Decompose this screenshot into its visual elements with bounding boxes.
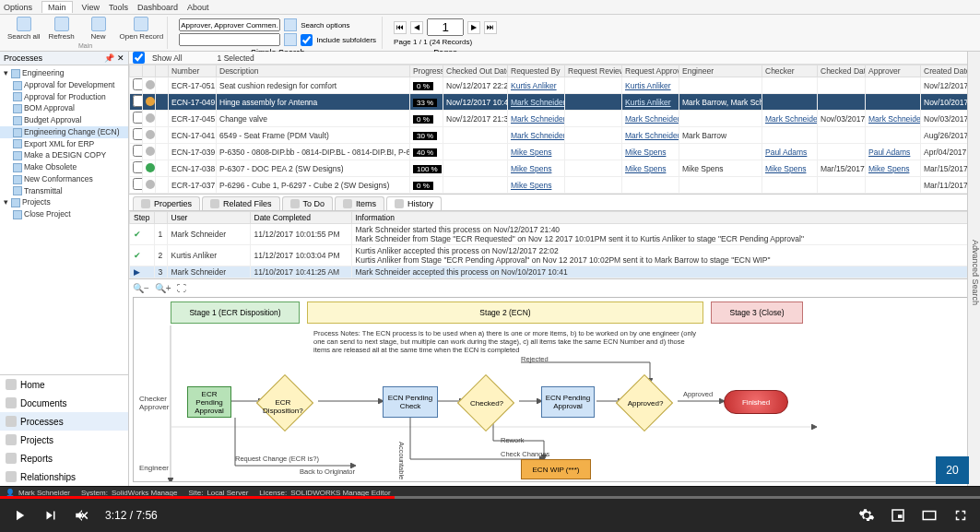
- tree-node[interactable]: Make Obsolete: [0, 161, 128, 173]
- col-header[interactable]: Checked Out Date: [443, 65, 508, 77]
- row-checkbox[interactable]: [133, 161, 143, 173]
- tab-to-do[interactable]: To Do: [282, 196, 334, 210]
- col-header[interactable]: User: [167, 212, 250, 224]
- tree-node[interactable]: Budget Approval: [0, 114, 128, 126]
- go-search-icon[interactable]: [284, 33, 297, 46]
- show-all-checkbox[interactable]: [133, 52, 145, 64]
- row-checkbox[interactable]: [133, 145, 143, 157]
- zoom-fit-icon[interactable]: ⛶: [177, 283, 186, 293]
- table-row[interactable]: ECN-17-0416549 - Seat Frame (PDM Vault)3…: [130, 127, 981, 144]
- workflow-diagram[interactable]: Stage 1 (ECR Disposition) Stage 2 (ECN) …: [133, 297, 976, 482]
- col-header[interactable]: Approver: [866, 65, 921, 77]
- table-row[interactable]: ECN-17-039P-6350 - 0808-DIP.bb - 0814-DI…: [130, 144, 981, 160]
- tree-node[interactable]: Approval for Development: [0, 79, 128, 91]
- col-header[interactable]: Checked Date: [818, 65, 866, 77]
- col-header[interactable]: [130, 65, 143, 77]
- advanced-search-tab[interactable]: Advanced Search: [967, 52, 980, 486]
- nav-reports[interactable]: Reports: [0, 449, 128, 467]
- col-header[interactable]: Request Reviewer: [565, 65, 622, 77]
- miniplayer-icon[interactable]: [890, 507, 906, 524]
- col-header[interactable]: Engineer: [679, 65, 762, 77]
- page-last-button[interactable]: ⏭: [484, 21, 497, 34]
- include-subfolders-checkbox[interactable]: [301, 34, 313, 46]
- tree-node[interactable]: New Conformances: [0, 173, 128, 185]
- menu-dashboard[interactable]: Dashboard: [137, 3, 178, 12]
- col-header[interactable]: [156, 65, 169, 77]
- node-checked[interactable]: Checked?: [457, 374, 514, 432]
- zoom-out-icon[interactable]: 🔍−: [133, 283, 149, 293]
- row-checkbox[interactable]: [133, 95, 143, 107]
- tree-node[interactable]: ▾Projects: [0, 196, 128, 208]
- nav-relationships[interactable]: Relationships: [0, 467, 128, 486]
- node-ecn-wip[interactable]: ECN WIP (***): [521, 459, 591, 479]
- tree-node[interactable]: Make a DESIGN COPY: [0, 149, 128, 161]
- tab-properties[interactable]: Properties: [133, 196, 200, 210]
- col-header[interactable]: Date Completed: [250, 212, 351, 224]
- page-next-button[interactable]: ▶: [467, 21, 480, 34]
- nav-processes[interactable]: Processes: [0, 412, 128, 431]
- col-header[interactable]: Request Approver: [622, 65, 679, 77]
- row-checkbox[interactable]: [133, 178, 143, 190]
- theater-icon[interactable]: [921, 507, 938, 524]
- col-header[interactable]: [154, 212, 167, 224]
- node-ecn-pending-check[interactable]: ECN Pending Check: [383, 386, 438, 418]
- table-row[interactable]: ECR-17-051Seat cushion redesign for comf…: [130, 77, 981, 94]
- search-all-button[interactable]: Search all: [7, 17, 41, 41]
- nav-projects[interactable]: Projects: [0, 431, 128, 449]
- tree-node[interactable]: ▾Engineering: [0, 67, 128, 79]
- col-header[interactable]: Progress: [410, 65, 443, 77]
- new-button[interactable]: New: [83, 17, 114, 41]
- history-row[interactable]: ✔2Kurtis Anliker11/12/2017 10:03:04 PMKu…: [130, 245, 980, 266]
- table-row[interactable]: ECN-17-049Hinge assembly for Antenna33 %…: [130, 94, 981, 111]
- open-record-button[interactable]: Open Record: [120, 17, 164, 41]
- tree-node[interactable]: Export XML for ERP: [0, 138, 128, 150]
- node-ecr-disposition[interactable]: ECR Disposition?: [256, 374, 313, 432]
- menu-about[interactable]: About: [187, 3, 209, 12]
- table-row[interactable]: ECN-17-038P-6307 - DOC PEA 2 (SW Designs…: [130, 160, 981, 177]
- col-header[interactable]: Number: [169, 65, 217, 77]
- history-row[interactable]: ▶3Mark Schneider11/10/2017 10:41:25 AMMa…: [130, 266, 980, 278]
- page-input[interactable]: [427, 18, 464, 36]
- search-options-icon[interactable]: [284, 18, 297, 31]
- zoom-in-icon[interactable]: 🔍+: [155, 283, 171, 293]
- node-approved[interactable]: Approved?: [616, 374, 673, 432]
- tree-node[interactable]: Approval for Production: [0, 91, 128, 103]
- col-header[interactable]: Description: [217, 65, 410, 77]
- next-icon[interactable]: [42, 507, 59, 524]
- col-header[interactable]: Checker: [762, 65, 818, 77]
- node-finished[interactable]: Finished: [724, 390, 788, 414]
- menu-options[interactable]: Options: [4, 3, 32, 12]
- tab-history[interactable]: History: [386, 196, 442, 210]
- tab-related-files[interactable]: Related Files: [202, 196, 280, 210]
- page-prev-button[interactable]: ◀: [410, 21, 423, 34]
- nav-documents[interactable]: Documents: [0, 394, 128, 412]
- menu-main[interactable]: Main: [41, 1, 73, 13]
- approver-field[interactable]: [179, 18, 280, 31]
- row-checkbox[interactable]: [133, 78, 143, 90]
- tree-node[interactable]: BOM Approval: [0, 102, 128, 114]
- menu-tools[interactable]: Tools: [109, 3, 128, 12]
- history-row[interactable]: ✔1Mark Schneider11/12/2017 10:01:55 PMMa…: [130, 224, 980, 245]
- menu-view[interactable]: View: [82, 3, 100, 12]
- play-icon[interactable]: [11, 507, 28, 524]
- tree-node[interactable]: Engineering Change (ECN): [0, 126, 128, 138]
- table-row[interactable]: ECR-17-045Change valve0 %Nov/12/2017 21:…: [130, 111, 981, 127]
- tree-node[interactable]: Transmittal: [0, 185, 128, 197]
- row-checkbox[interactable]: [133, 112, 143, 124]
- fullscreen-icon[interactable]: [952, 507, 969, 524]
- nav-home[interactable]: Home: [0, 375, 128, 394]
- col-header[interactable]: Requested By: [508, 65, 565, 77]
- col-header[interactable]: [143, 65, 156, 77]
- records-grid[interactable]: NumberDescriptionProgressChecked Out Dat…: [129, 65, 980, 195]
- tab-items[interactable]: Items: [335, 196, 384, 210]
- refresh-button[interactable]: Refresh: [46, 17, 77, 41]
- search-text-input[interactable]: [179, 33, 280, 46]
- row-checkbox[interactable]: [133, 128, 143, 140]
- col-header[interactable]: Information: [351, 212, 980, 224]
- settings-icon[interactable]: [858, 507, 875, 524]
- tree-node[interactable]: Close Project: [0, 208, 128, 220]
- page-first-button[interactable]: ⏮: [394, 21, 407, 34]
- table-row[interactable]: ECR-17-037P-6296 - Cube 1, P-6297 - Cube…: [130, 177, 981, 194]
- panel-pin-icon[interactable]: 📌 ✕: [104, 53, 124, 63]
- col-header[interactable]: Step: [130, 212, 155, 224]
